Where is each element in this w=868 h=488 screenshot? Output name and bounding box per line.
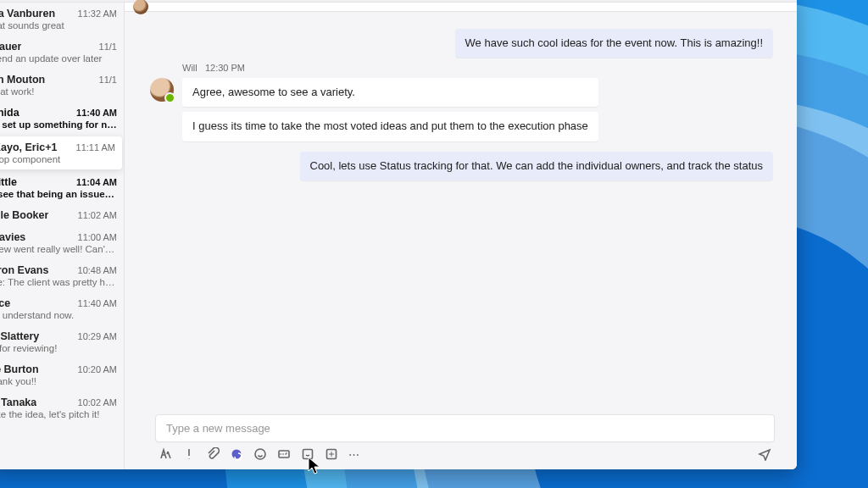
chat-list-item[interactable]: Kayo, Eric+111:11 AMoop component <box>0 136 122 169</box>
sender-name: Will <box>182 63 198 73</box>
compose-toolbar: ⋯ <box>155 442 775 461</box>
chat-list[interactable]: ua Vanburen11:32 AMhat sounds greatBauer… <box>0 3 125 469</box>
chat-item-preview: t see that being an issue, can take t… <box>0 189 117 199</box>
priority-icon[interactable] <box>182 447 196 461</box>
message-outgoing: We have such cool ideas for the event no… <box>150 29 773 58</box>
chat-list-item[interactable]: Bauer11/1send an update over later <box>0 36 124 69</box>
chat-list-item[interactable]: rice11:40 AM: I understand now. <box>0 292 124 325</box>
chat-item-name: rice <box>0 297 10 309</box>
message-input[interactable]: Type a new message <box>155 414 775 442</box>
chat-list-item[interactable]: shida11:40 AM'll set up something for ne… <box>0 102 124 135</box>
chat-item-time: 10:29 AM <box>78 331 117 341</box>
chat-list-item[interactable]: s Slattery10:29 AMs for reviewing! <box>0 325 124 358</box>
message-bubble[interactable]: Agree, awesome to see a variety. <box>182 78 598 107</box>
chat-item-preview: like the idea, let's pitch it! <box>0 409 117 419</box>
teams-window: ua Vanburen11:32 AMhat sounds greatBauer… <box>0 0 797 469</box>
sticker-icon[interactable] <box>301 447 314 461</box>
chat-item-time: 11:00 AM <box>78 232 117 242</box>
chat-item-time: 10:02 AM <box>78 397 117 408</box>
chat-item-preview: view went really well! Can't wait to… <box>0 244 117 254</box>
chat-list-item[interactable]: eron Evans10:48 AMtte: The client was pr… <box>0 259 124 292</box>
emoji-icon[interactable] <box>253 447 267 461</box>
message-bubble[interactable]: We have such cool ideas for the event no… <box>455 29 773 58</box>
sender-time: 12:30 PM <box>205 63 245 73</box>
chat-item-name: o Tanaka <box>0 396 36 408</box>
chat-item-name: eron Evans <box>0 264 48 276</box>
chat-item-time: 11:02 AM <box>78 210 117 220</box>
chat-item-time: 11:40 AM <box>78 298 117 308</box>
chat-item-preview: reat work! <box>0 86 117 97</box>
more-icon[interactable]: ⋯ <box>348 448 360 461</box>
format-icon[interactable] <box>159 447 172 461</box>
chat-item-time: 11:32 AM <box>78 8 117 19</box>
avatar[interactable] <box>150 78 174 102</box>
chat-item-name: s Slattery <box>0 330 39 342</box>
chat-item-preview: oop component <box>0 154 115 164</box>
extensions-icon[interactable] <box>325 447 338 461</box>
chat-item-name: Davies <box>0 231 25 243</box>
chat-list-item[interactable]: Davies11:00 AMview went really well! Can… <box>0 226 124 259</box>
chat-item-time: 11/1 <box>99 75 117 85</box>
attach-icon[interactable] <box>206 447 220 461</box>
chat-item-preview: 'll set up something for next week to… <box>0 119 117 130</box>
chat-item-name: te Burton <box>0 363 39 375</box>
chat-item-name: Kayo, Eric+1 <box>0 141 57 153</box>
chat-item-preview: : I understand now. <box>0 310 117 320</box>
chat-item-preview: tte: The client was pretty happy with… <box>0 277 117 287</box>
presence-indicator <box>164 92 175 103</box>
chat-list-item[interactable]: ua Vanburen11:32 AMhat sounds great <box>0 3 124 36</box>
message-bubble[interactable]: Cool, lets use Status tracking for that.… <box>300 152 774 180</box>
chat-item-preview: hat sounds great <box>0 20 117 30</box>
gif-icon[interactable] <box>277 447 291 461</box>
chat-list-item[interactable]: o Tanaka10:02 AMlike the idea, let's pit… <box>0 391 124 424</box>
chat-item-time: 11:04 AM <box>76 177 117 187</box>
composer-area: Type a new message ⋯ <box>125 414 797 469</box>
chat-item-time: 10:48 AM <box>78 265 117 275</box>
message-meta: Will 12:30 PM <box>182 63 773 73</box>
svg-rect-3 <box>303 450 313 459</box>
chat-item-time: 11:40 AM <box>76 108 117 118</box>
chat-item-name: Little <box>0 176 17 188</box>
loop-icon[interactable] <box>230 447 243 461</box>
chat-item-name: Bauer <box>0 41 21 53</box>
chat-list-item[interactable]: elle Booker11:02 AM <box>0 204 124 226</box>
message-bubble[interactable]: I guess its time to take the most voted … <box>182 112 598 141</box>
message-list[interactable]: We have such cool ideas for the event no… <box>125 12 797 414</box>
chat-item-name: en Mouton <box>0 74 45 86</box>
chat-item-preview: s for reviewing! <box>0 343 117 353</box>
message-group: Will 12:30 PM Agree, awesome to see a va… <box>150 63 773 141</box>
chat-item-preview: hank you!! <box>0 376 117 386</box>
chat-panel: We have such cool ideas for the event no… <box>125 3 797 469</box>
chat-header <box>125 3 797 12</box>
chat-list-item[interactable]: en Mouton11/1reat work! <box>0 69 124 102</box>
chat-item-name: ua Vanburen <box>0 8 55 19</box>
chat-item-preview: send an update over later <box>0 53 117 64</box>
message-outgoing: Cool, lets use Status tracking for that.… <box>150 152 773 180</box>
send-icon[interactable] <box>758 447 771 461</box>
chat-list-item[interactable]: te Burton10:20 AMhank you!! <box>0 358 124 391</box>
chat-item-time: 11/1 <box>99 42 117 52</box>
chat-item-name: shida <box>0 107 19 119</box>
message-incoming: Agree, awesome to see a variety. I guess… <box>150 78 773 141</box>
chat-item-time: 10:20 AM <box>78 364 117 374</box>
window-content: ua Vanburen11:32 AMhat sounds greatBauer… <box>0 3 797 469</box>
chat-item-name: elle Booker <box>0 209 48 221</box>
chat-item-time: 11:11 AM <box>76 142 115 152</box>
svg-point-1 <box>255 449 265 459</box>
chat-list-item[interactable]: Little11:04 AMt see that being an issue,… <box>0 171 124 204</box>
